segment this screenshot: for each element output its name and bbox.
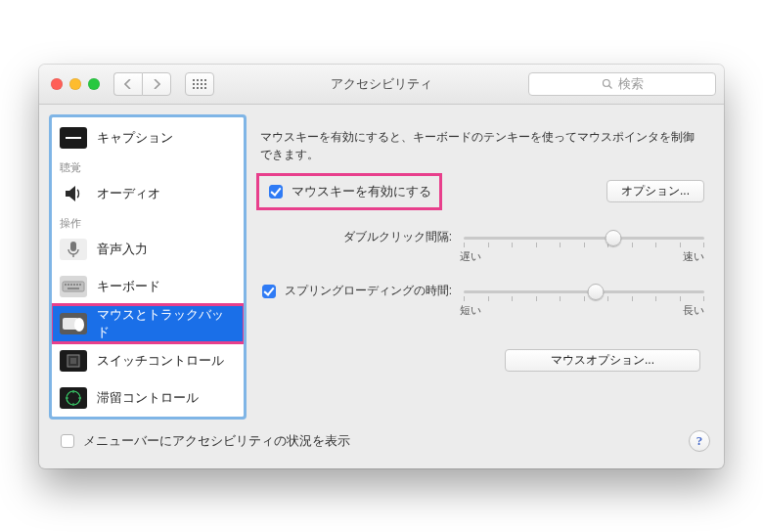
double-click-min-label: 遅い [452,249,481,264]
help-button[interactable]: ? [689,430,710,452]
sidebar-item-audio[interactable]: オーディオ [52,175,244,212]
captions-icon [60,127,87,149]
sidebar-item-label: オーディオ [97,185,160,202]
chevron-left-icon [124,79,132,89]
sidebar-item-switch-control[interactable]: スイッチコントロール [52,342,244,379]
minimize-window-button[interactable] [69,78,81,90]
enable-mouse-keys-row[interactable]: マウスキーを有効にする [265,182,431,201]
svg-rect-15 [70,358,76,364]
svg-rect-11 [67,288,79,289]
search-placeholder: 検索 [618,75,644,93]
category-sidebar: キャプション 聴覚 オーディオ 操作 音声入力 [51,116,245,418]
svg-rect-10 [79,284,81,286]
enable-mouse-keys-callout: マウスキーを有効にする [256,173,442,210]
sidebar-item-label: スイッチコントロール [97,352,224,370]
mouse-keys-options-button[interactable]: オプション... [606,180,704,202]
sidebar-item-label: 滞留コントロール [97,389,199,407]
show-status-in-menubar-label: メニューバーにアクセシビリティの状況を表示 [83,432,350,450]
svg-rect-2 [66,137,81,139]
chevron-right-icon [153,79,160,89]
sidebar-item-label: マウスとトラックバッド [97,306,236,341]
sidebar-item-mouse-trackpad[interactable]: マウスとトラックバッド [52,305,244,342]
mouse-options-button[interactable]: マウスオプション... [505,349,700,372]
titlebar: アクセシビリティ 検索 [39,65,724,105]
nav-back-forward [113,72,171,96]
zoom-window-button[interactable] [88,78,100,90]
back-button[interactable] [113,72,142,96]
enable-mouse-keys-label: マウスキーを有効にする [292,183,431,200]
svg-rect-6 [67,284,69,286]
double-click-label: ダブルクリック間隔: [256,229,456,245]
search-icon [602,78,613,90]
double-click-max-label: 速い [683,249,704,264]
dwell-control-icon [60,387,87,409]
grid-icon [193,79,206,89]
slider-thumb[interactable] [588,284,605,300]
sidebar-item-label: キーボード [97,278,160,295]
sidebar-item-label: キャプション [97,129,173,147]
spring-loading-checkbox[interactable] [262,285,276,298]
content-area: キャプション 聴覚 オーディオ 操作 音声入力 [39,105,724,418]
detail-pane: マウスキーを有効にすると、キーボードのテンキーを使ってマウスポインタを制御できま… [256,116,712,418]
svg-rect-3 [70,242,76,251]
svg-point-13 [74,318,84,332]
double-click-speed-block: ダブルクリック間隔: 遅い 速い [256,228,704,264]
double-click-slider[interactable] [464,228,704,247]
sidebar-item-dwell-control[interactable]: 滞留コントロール [52,379,244,417]
mouse-trackpad-icon [60,313,87,334]
sidebar-item-keyboard[interactable]: キーボード [52,268,244,305]
forward-button[interactable] [142,72,171,96]
microphone-icon [60,239,87,260]
speaker-icon [60,183,87,204]
spring-loading-label: スプリングローディングの時間: [285,283,452,299]
intro-text: マウスキーを有効にすると、キーボードのテンキーを使ってマウスポインタを制御できま… [260,128,700,163]
svg-rect-4 [63,282,84,291]
sidebar-group-hearing: 聴覚 [52,156,244,175]
footer: メニューバーにアクセシビリティの状況を表示 ? [39,418,724,468]
svg-line-1 [608,85,611,88]
search-field[interactable]: 検索 [528,72,716,96]
sidebar-item-label: 音声入力 [97,241,148,258]
svg-rect-5 [65,284,67,286]
svg-rect-7 [70,284,72,286]
spring-min-label: 短い [452,303,481,318]
svg-rect-8 [73,284,75,286]
keyboard-icon [60,276,87,297]
sidebar-item-dictation[interactable]: 音声入力 [52,231,244,268]
show-status-in-menubar-checkbox[interactable] [61,434,74,448]
close-window-button[interactable] [51,78,63,90]
sidebar-item-captions[interactable]: キャプション [52,119,244,156]
enable-mouse-keys-checkbox[interactable] [269,185,283,199]
spring-max-label: 長い [683,303,704,318]
svg-point-16 [67,391,80,405]
window-controls [51,78,100,90]
svg-rect-9 [76,284,78,286]
show-all-button[interactable] [185,72,214,96]
spring-loading-block: スプリングローディングの時間: 短い 長い [256,282,704,318]
spring-loading-slider[interactable] [464,282,704,301]
svg-point-0 [603,79,609,86]
switch-control-icon [60,350,87,372]
preferences-window: アクセシビリティ 検索 キャプション 聴覚 オーディオ 操作 [39,65,724,468]
sidebar-group-interacting: 操作 [52,212,244,231]
show-status-in-menubar-row[interactable]: メニューバーにアクセシビリティの状況を表示 [57,431,350,451]
slider-thumb[interactable] [605,230,621,246]
